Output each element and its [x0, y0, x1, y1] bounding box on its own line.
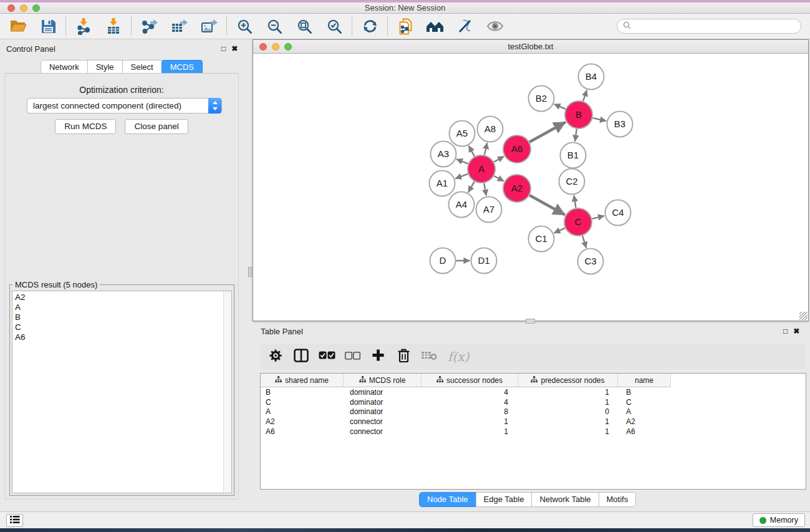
memory-button[interactable]: Memory	[753, 513, 805, 527]
graph-node-D1[interactable]: D1	[471, 248, 497, 274]
network-from-selection-button[interactable]	[396, 17, 415, 36]
graph-node-A6[interactable]: A6	[503, 135, 531, 163]
graph-node-C3[interactable]: C3	[578, 249, 604, 274]
graph-node-B3[interactable]: B3	[607, 112, 633, 137]
table-cell[interactable]: A	[618, 407, 671, 416]
graph-edge-B-B2[interactable]	[554, 104, 566, 109]
table-cell[interactable]: 4	[422, 398, 518, 407]
table-cell[interactable]: 4	[422, 388, 518, 397]
graph-node-A2[interactable]: A2	[503, 175, 531, 202]
table-cell[interactable]: 0	[518, 407, 618, 416]
table-cell[interactable]: B	[261, 388, 344, 397]
mcds-result-item[interactable]: B	[12, 312, 231, 322]
graph-edge-A-A4[interactable]	[468, 181, 475, 192]
table-cell[interactable]: A6	[261, 427, 344, 436]
table-settings-button[interactable]	[268, 348, 284, 365]
hide-graphics-details-button[interactable]	[456, 17, 475, 36]
graph-edge-C-C4[interactable]	[592, 216, 604, 219]
mcds-result-item[interactable]: A2	[12, 293, 231, 302]
graph-node-B1[interactable]: B1	[561, 143, 586, 168]
export-network-button[interactable]	[140, 17, 158, 36]
table-cell[interactable]: connector	[344, 417, 422, 426]
graph-edge-B-B3[interactable]	[592, 118, 606, 121]
graph-node-C4[interactable]: C4	[605, 200, 631, 226]
result-scrollbar[interactable]	[223, 291, 231, 493]
main-titlebar[interactable]: Session: New Session	[0, 2, 810, 14]
graph-node-A[interactable]: A	[468, 155, 495, 183]
column-visibility-button[interactable]	[293, 348, 309, 365]
table-cell[interactable]: 1	[518, 388, 618, 397]
graph-edge-A-A2[interactable]	[494, 176, 504, 181]
zoom-fit-button[interactable]	[295, 17, 314, 36]
table-row[interactable]: A2connector11A2	[261, 417, 806, 427]
close-panel-button[interactable]: Close panel	[125, 119, 188, 134]
graph-edge-C-C1[interactable]	[554, 228, 566, 233]
table-cell[interactable]: B	[618, 388, 671, 397]
graph-edge-B-B4[interactable]	[583, 90, 587, 101]
table-cell[interactable]: 1	[518, 427, 618, 436]
zoom-out-button[interactable]	[265, 17, 284, 36]
add-column-button[interactable]	[370, 348, 386, 365]
deselect-all-button[interactable]	[344, 348, 360, 365]
close-panel-icon[interactable]: ✖	[231, 44, 238, 53]
column-header-predecessor-nodes[interactable]: predecessor nodes	[518, 374, 618, 387]
graph-edge-A2-C[interactable]	[529, 195, 565, 215]
export-table-button[interactable]	[170, 17, 188, 36]
table-cell[interactable]: 1	[422, 417, 518, 426]
graph-node-B4[interactable]: B4	[579, 64, 604, 90]
mcds-result-item[interactable]: A6	[12, 332, 231, 342]
tab-motifs[interactable]: Motifs	[599, 492, 637, 507]
table-cell[interactable]: 1	[518, 417, 618, 426]
show-graphics-details-button[interactable]	[486, 17, 504, 36]
mcds-result-item[interactable]: C	[12, 322, 231, 332]
table-cell[interactable]: A6	[618, 427, 671, 436]
table-cell[interactable]: 8	[422, 407, 518, 416]
graph-edge-A-A6[interactable]	[494, 157, 504, 162]
tab-network-table[interactable]: Network Table	[531, 492, 599, 507]
graph-edge-A-A7[interactable]	[484, 183, 486, 196]
delete-columns-button[interactable]	[395, 348, 412, 365]
graph-node-A8[interactable]: A8	[478, 117, 503, 142]
table-cell[interactable]: dominator	[344, 388, 422, 397]
graph-node-C[interactable]: C	[564, 208, 592, 236]
graph-node-A4[interactable]: A4	[449, 192, 475, 218]
column-header-mcds-role[interactable]: MCDS role	[344, 374, 422, 387]
table-cell[interactable]: connector	[344, 427, 422, 436]
select-all-button[interactable]	[319, 348, 335, 365]
float-panel-icon[interactable]: □	[221, 44, 226, 53]
column-header-shared-name[interactable]: shared name	[261, 374, 344, 387]
network-view-window[interactable]: testGlobe.txt B4B2BB3A8A5A6A3B1AC2A1A2A4…	[253, 39, 809, 321]
search-input[interactable]	[634, 22, 795, 31]
table-cell[interactable]: 1	[422, 427, 518, 436]
resize-grip-icon[interactable]	[799, 312, 808, 320]
float-table-panel-icon[interactable]: □	[783, 327, 788, 336]
graph-edge-A6-B[interactable]	[529, 122, 566, 142]
run-mcds-button[interactable]: Run MCDS	[55, 119, 116, 134]
table-cell[interactable]: dominator	[344, 407, 422, 416]
close-table-panel-icon[interactable]: ✖	[793, 327, 799, 336]
graph-edge-B-B1[interactable]	[575, 129, 577, 142]
table-row[interactable]: Adominator80A	[261, 407, 806, 417]
splitter-handle[interactable]	[526, 319, 535, 324]
graph-node-A1[interactable]: A1	[430, 171, 455, 196]
open-session-button[interactable]	[9, 17, 27, 36]
graph-edge-C-C3[interactable]	[582, 236, 586, 248]
table-row[interactable]: Cdominator41C	[261, 397, 806, 407]
table-cell[interactable]: C	[618, 398, 671, 407]
graph-edge-A-A1[interactable]	[455, 174, 468, 178]
table-cell[interactable]: C	[261, 398, 344, 407]
task-history-button[interactable]	[6, 514, 23, 527]
graph-edge-A-A3[interactable]	[456, 159, 468, 163]
table-cell[interactable]: dominator	[344, 398, 422, 407]
column-header-name[interactable]: name	[618, 374, 671, 387]
table-cell[interactable]: A2	[261, 417, 344, 426]
graph-edge-A-A8[interactable]	[485, 143, 487, 155]
tab-node-table[interactable]: Node Table	[419, 492, 476, 507]
import-table-button[interactable]	[104, 17, 123, 36]
column-header-successor-nodes[interactable]: successor nodes	[422, 374, 518, 387]
import-network-button[interactable]	[74, 17, 93, 36]
zoom-selected-button[interactable]	[325, 17, 344, 36]
graph-edge-C-C2[interactable]	[574, 195, 576, 208]
criterion-dropdown[interactable]: largest connected component (directed)	[27, 98, 222, 114]
export-image-button[interactable]	[200, 17, 218, 36]
